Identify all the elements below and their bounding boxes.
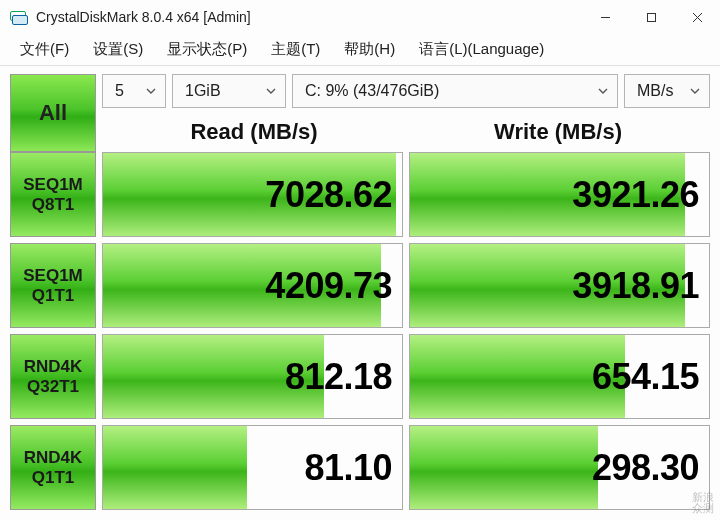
menu-file[interactable]: 文件(F) <box>8 36 81 63</box>
drive-value: C: 9% (43/476GiB) <box>305 82 439 100</box>
write-value-cell: 298.30 <box>409 425 710 510</box>
test-label-line2: Q1T1 <box>32 286 75 306</box>
read-value-cell: 4209.73 <box>102 243 403 328</box>
menu-profile[interactable]: 显示状态(P) <box>155 36 259 63</box>
close-button[interactable] <box>674 0 720 34</box>
unit-select[interactable]: MB/s <box>624 74 710 108</box>
header-read: Read (MB/s) <box>102 119 406 145</box>
all-cell: All <box>10 74 96 152</box>
title-bar: CrystalDiskMark 8.0.4 x64 [Admin] <box>0 0 720 34</box>
result-row: RND4KQ1T181.10298.30 <box>10 425 710 510</box>
svg-rect-1 <box>647 13 655 21</box>
runs-select[interactable]: 5 <box>102 74 166 108</box>
test-label-line1: SEQ1M <box>23 175 83 195</box>
app-icon <box>10 8 28 26</box>
progress-bar <box>410 426 598 509</box>
menu-language[interactable]: 语言(L)(Language) <box>407 36 556 63</box>
chevron-down-icon <box>265 85 277 97</box>
size-select[interactable]: 1GiB <box>172 74 286 108</box>
read-value: 812.18 <box>285 356 392 398</box>
watermark: 新浪 众测 <box>692 492 714 514</box>
write-value-cell: 654.15 <box>409 334 710 419</box>
dropdowns-row: 5 1GiB C: 9% (43/476GiB) MB/s <box>102 74 710 108</box>
menu-bar: 文件(F) 设置(S) 显示状态(P) 主题(T) 帮助(H) 语言(L)(La… <box>0 34 720 66</box>
window-title: CrystalDiskMark 8.0.4 x64 [Admin] <box>36 9 582 25</box>
drive-select[interactable]: C: 9% (43/476GiB) <box>292 74 618 108</box>
write-value: 3921.26 <box>572 174 699 216</box>
run-all-button[interactable]: All <box>10 74 96 152</box>
maximize-icon <box>646 12 657 23</box>
results-grid: SEQ1MQ8T17028.623921.26SEQ1MQ1T14209.733… <box>0 152 720 520</box>
app-window: CrystalDiskMark 8.0.4 x64 [Admin] 文件(F) … <box>0 0 720 520</box>
maximize-button[interactable] <box>628 0 674 34</box>
column-headers: Read (MB/s) Write (MB/s) <box>102 112 710 152</box>
read-value: 4209.73 <box>265 265 392 307</box>
unit-value: MB/s <box>637 82 673 100</box>
test-button-seq1m-q1t1[interactable]: SEQ1MQ1T1 <box>10 243 96 328</box>
test-label-line2: Q1T1 <box>32 468 75 488</box>
menu-theme[interactable]: 主题(T) <box>259 36 332 63</box>
result-row: SEQ1MQ8T17028.623921.26 <box>10 152 710 237</box>
window-controls <box>582 0 720 34</box>
minimize-button[interactable] <box>582 0 628 34</box>
test-button-rnd4k-q1t1[interactable]: RND4KQ1T1 <box>10 425 96 510</box>
read-value: 7028.62 <box>265 174 392 216</box>
controls-row: All 5 1GiB C: 9% (43/476GiB) MB/s <box>0 66 720 152</box>
test-label-line1: RND4K <box>24 357 83 377</box>
write-value: 298.30 <box>592 447 699 489</box>
chevron-down-icon <box>689 85 701 97</box>
write-value: 3918.91 <box>572 265 699 307</box>
read-value-cell: 7028.62 <box>102 152 403 237</box>
read-value-cell: 812.18 <box>102 334 403 419</box>
chevron-down-icon <box>145 85 157 97</box>
test-label-line2: Q8T1 <box>32 195 75 215</box>
minimize-icon <box>600 12 611 23</box>
test-label-line1: SEQ1M <box>23 266 83 286</box>
progress-bar <box>103 426 247 509</box>
chevron-down-icon <box>597 85 609 97</box>
test-label-line2: Q32T1 <box>27 377 79 397</box>
header-write: Write (MB/s) <box>406 119 710 145</box>
controls-column: 5 1GiB C: 9% (43/476GiB) MB/s Read (MB/s… <box>102 74 710 152</box>
result-row: SEQ1MQ1T14209.733918.91 <box>10 243 710 328</box>
test-label-line1: RND4K <box>24 448 83 468</box>
test-button-rnd4k-q32t1[interactable]: RND4KQ32T1 <box>10 334 96 419</box>
write-value-cell: 3918.91 <box>409 243 710 328</box>
menu-settings[interactable]: 设置(S) <box>81 36 155 63</box>
runs-value: 5 <box>115 82 124 100</box>
write-value-cell: 3921.26 <box>409 152 710 237</box>
menu-help[interactable]: 帮助(H) <box>332 36 407 63</box>
write-value: 654.15 <box>592 356 699 398</box>
read-value-cell: 81.10 <box>102 425 403 510</box>
test-button-seq1m-q8t1[interactable]: SEQ1MQ8T1 <box>10 152 96 237</box>
result-row: RND4KQ32T1812.18654.15 <box>10 334 710 419</box>
read-value: 81.10 <box>304 447 392 489</box>
watermark-line2: 众测 <box>692 503 714 514</box>
size-value: 1GiB <box>185 82 221 100</box>
close-icon <box>692 12 703 23</box>
